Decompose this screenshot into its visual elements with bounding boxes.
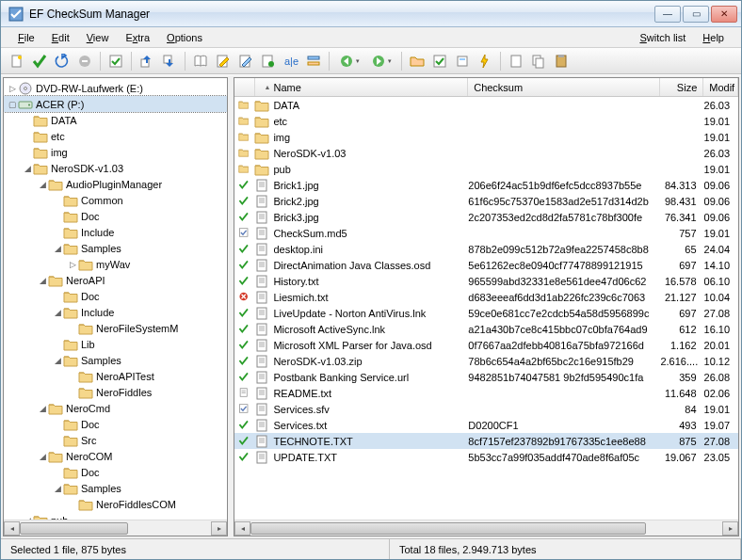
expand-icon[interactable]: ◢: [38, 180, 48, 189]
tree-node[interactable]: ◢Samples: [4, 352, 227, 368]
tree-node[interactable]: NeroFileSystemM: [4, 320, 227, 336]
tree-node[interactable]: Doc: [4, 208, 227, 224]
col-checksum[interactable]: Checksum: [468, 78, 660, 96]
menu-options[interactable]: Options: [159, 30, 210, 45]
expand-icon[interactable]: ◢: [53, 484, 63, 493]
expand-icon[interactable]: ◢: [38, 404, 48, 413]
list-row[interactable]: Brick3.jpg2c207353ed2cd8d2fa5781c78bf300…: [234, 209, 738, 225]
refresh-icon[interactable]: [52, 51, 73, 72]
tree-node[interactable]: Doc: [4, 288, 227, 304]
folder-icon[interactable]: [407, 51, 427, 72]
tree-node[interactable]: DATA: [4, 112, 227, 128]
expand-icon[interactable]: [53, 420, 63, 429]
expand-icon[interactable]: [23, 116, 33, 125]
tree-node[interactable]: NeroAPITest: [4, 368, 227, 384]
list-row[interactable]: UPDATE.TXT5b53cc7a99f035addf470ade8f6af0…: [234, 449, 738, 465]
menu-extra[interactable]: Extra: [118, 30, 157, 45]
menu-file[interactable]: File: [10, 30, 42, 45]
expand-icon[interactable]: [53, 340, 63, 349]
expand-icon[interactable]: ▢: [8, 100, 18, 109]
list-row[interactable]: History.txt965599abd32331e8e561dee47d06c…: [234, 273, 738, 289]
list-row[interactable]: LiveUpdate - Norton AntiVirus.lnk59ce0e6…: [234, 305, 738, 321]
expand-icon[interactable]: ▷: [8, 84, 18, 93]
maximize-button[interactable]: ▭: [683, 6, 709, 23]
list-row[interactable]: Microsoft XML Parser for Java.osd0f7667a…: [234, 337, 738, 353]
page-icon[interactable]: [506, 51, 526, 72]
filter-icon[interactable]: [429, 51, 450, 72]
tree-node[interactable]: Lib: [4, 336, 227, 352]
edit3-icon[interactable]: [258, 51, 279, 72]
scroll-thumb[interactable]: [20, 522, 128, 535]
list-body[interactable]: DATA26.03etc19.01img19.01NeroSDK-v1.0326…: [234, 97, 738, 520]
expand-icon[interactable]: ◢: [53, 308, 63, 317]
list-row[interactable]: CheckSum.md575719.01: [234, 225, 738, 241]
list-row[interactable]: TECHNOTE.TXT8cf7157ef237892b91767335c1ee…: [234, 433, 738, 449]
export-icon[interactable]: [137, 51, 157, 72]
list-row[interactable]: README.txt11.64802.06: [234, 385, 738, 401]
list-row[interactable]: Postbank Banking Service.url9482851b7404…: [234, 369, 738, 385]
expand-icon[interactable]: [53, 292, 63, 301]
list-row[interactable]: etc19.01: [234, 113, 738, 129]
expand-icon[interactable]: [53, 228, 63, 237]
col-name[interactable]: ▲ Name: [255, 78, 469, 96]
tree-node[interactable]: img: [4, 144, 227, 160]
list-row[interactable]: Services.sfv8419.01: [234, 401, 738, 417]
list-row[interactable]: img19.01: [234, 129, 738, 145]
list-row[interactable]: desktop.ini878b2e099c512b72a9fea2257458c…: [234, 241, 738, 257]
expand-icon[interactable]: [68, 500, 78, 509]
list-hscroll[interactable]: ◂ ▸: [234, 520, 738, 536]
tree-node[interactable]: ◢NeroSDK-v1.03: [4, 160, 227, 176]
close-button[interactable]: ✕: [711, 6, 737, 23]
list-row[interactable]: Brick1.jpg206e6f24ac51b9df6efc5dcc8937b5…: [234, 177, 738, 193]
tree-node[interactable]: Include: [4, 224, 227, 240]
col-modified[interactable]: Modif: [703, 78, 738, 96]
back-button[interactable]: [334, 51, 364, 72]
tree-node[interactable]: Common: [4, 192, 227, 208]
expand-icon[interactable]: ◢: [53, 356, 63, 365]
new-doc-icon[interactable]: [7, 51, 27, 72]
bolt-icon[interactable]: [475, 51, 495, 72]
paste-icon[interactable]: [551, 51, 572, 72]
expand-icon[interactable]: ◢: [38, 276, 48, 285]
expand-icon[interactable]: [23, 148, 33, 157]
splitter[interactable]: [229, 77, 233, 536]
tree-node[interactable]: ◢NeroCOM: [4, 448, 227, 464]
expand-icon[interactable]: [53, 468, 63, 477]
tree-hscroll[interactable]: ◂ ▸: [4, 520, 227, 536]
copy-icon[interactable]: [528, 51, 549, 72]
tree-node[interactable]: ▢ACER (P:): [4, 96, 227, 112]
scroll-right-icon[interactable]: ▸: [722, 521, 738, 536]
list-row[interactable]: DATA26.03: [234, 97, 738, 113]
menu-edit[interactable]: Edit: [44, 30, 77, 45]
scroll-right-icon[interactable]: ▸: [211, 521, 227, 536]
col-status[interactable]: [234, 78, 255, 96]
verify-icon[interactable]: [105, 51, 126, 72]
scroll-left-icon[interactable]: ◂: [4, 521, 20, 536]
list-row[interactable]: DirectAnimation Java Classes.osd5e61262e…: [234, 257, 738, 273]
check-icon[interactable]: [29, 51, 50, 72]
tree-node[interactable]: Src: [4, 432, 227, 448]
book-icon[interactable]: [190, 51, 211, 72]
forward-button[interactable]: [366, 51, 396, 72]
tree-node[interactable]: ◢Samples: [4, 240, 227, 256]
list-row[interactable]: Brick2.jpg61f6c95c75370e1583ad2e517d314d…: [234, 193, 738, 209]
expand-icon[interactable]: [68, 372, 78, 381]
expand-icon[interactable]: ◢: [23, 164, 33, 173]
tree-body[interactable]: ▷DVD-RW-Laufwerk (E:)▢ACER (P:) DATA etc…: [4, 78, 227, 520]
menu-view[interactable]: View: [79, 30, 117, 45]
tree-node[interactable]: ◢NeroAPI: [4, 272, 227, 288]
import-icon[interactable]: [159, 51, 180, 72]
tool1-icon[interactable]: [452, 51, 473, 72]
expand-icon[interactable]: [68, 324, 78, 333]
tree-node[interactable]: ◢NeroCmd: [4, 400, 227, 416]
list-row[interactable]: Microsoft ActiveSync.lnka21a430b7ce8c415…: [234, 321, 738, 337]
list-row[interactable]: Services.txtD0200CF149319.07: [234, 417, 738, 433]
edit1-icon[interactable]: [213, 51, 234, 72]
tree-node[interactable]: NeroFiddlesCOM: [4, 496, 227, 512]
tree-node[interactable]: ◢AudioPluginManager: [4, 176, 227, 192]
list-row[interactable]: NeroSDK-v1.0326.03: [234, 145, 738, 161]
list-row[interactable]: pub19.01: [234, 161, 738, 177]
scroll-left-icon[interactable]: ◂: [234, 521, 250, 536]
tree-node[interactable]: Doc: [4, 416, 227, 432]
tree-node[interactable]: Doc: [4, 464, 227, 480]
